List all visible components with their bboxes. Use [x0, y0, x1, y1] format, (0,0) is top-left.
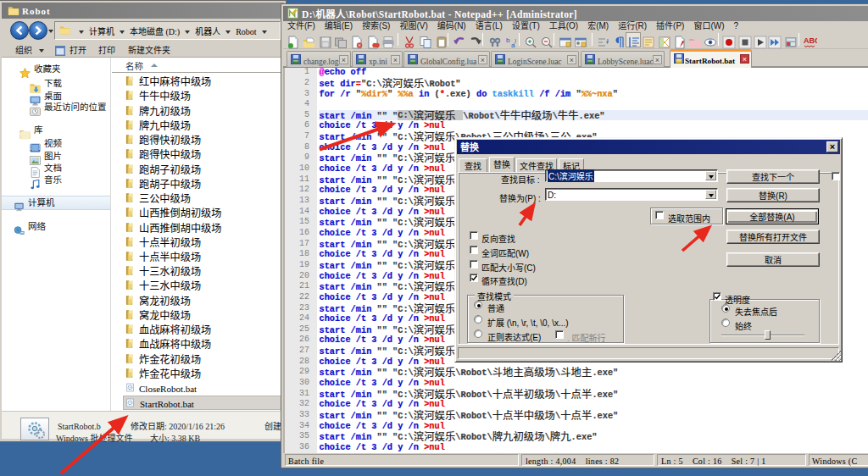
svg-text:a: a	[511, 42, 515, 49]
svg-text:b: b	[506, 36, 510, 44]
svg-text:ABC: ABC	[804, 36, 817, 45]
